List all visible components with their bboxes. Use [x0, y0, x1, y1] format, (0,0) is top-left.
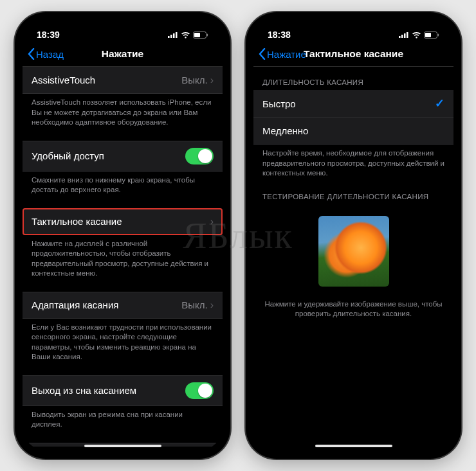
row-assistivetouch[interactable]: AssistiveTouch Выкл. › [23, 67, 223, 94]
battery-icon [193, 31, 208, 39]
nav-bar: Нажатие Тактильное касание [253, 44, 453, 67]
row-label: Быстро [262, 98, 296, 109]
svg-rect-5 [194, 33, 200, 37]
test-image-flower[interactable] [318, 216, 389, 287]
status-right [168, 31, 208, 39]
section-header-test: ТЕСТИРОВАНИЕ ДЛИТЕЛЬНОСТИ КАСАНИЯ [253, 181, 453, 204]
svg-rect-7 [399, 36, 401, 38]
row-label: Адаптация касания [32, 299, 118, 310]
chevron-right-icon: › [210, 299, 214, 311]
row-label: AssistiveTouch [32, 75, 95, 85]
battery-icon [424, 31, 439, 39]
footer-reachability: Смахните вниз по нижнему краю экрана, чт… [23, 172, 223, 198]
notch [306, 20, 402, 35]
footer-accommodations: Если у Вас возникают трудности при испол… [23, 319, 223, 365]
row-label: Выход из сна касанием [32, 385, 136, 396]
chevron-left-icon [28, 48, 35, 60]
svg-rect-8 [401, 35, 403, 38]
row-label: Тактильное касание [32, 216, 122, 227]
phone-right: 18:38 Нажатие Тактильное касание ДЛИТЕЛЬ… [246, 12, 461, 459]
wifi-icon [412, 31, 421, 39]
screen-right: 18:38 Нажатие Тактильное касание ДЛИТЕЛЬ… [253, 20, 453, 451]
footer-test: Нажмите и удерживайте изображение выше, … [253, 292, 453, 322]
svg-rect-9 [404, 33, 406, 38]
back-button[interactable]: Нажатие [259, 48, 306, 60]
footer-assistivetouch: AssistiveTouch позволяет использовать iP… [23, 94, 223, 130]
status-right [399, 31, 439, 39]
content-right[interactable]: ДЛИТЕЛЬНОСТЬ КАСАНИЯ Быстро ✓ Медленно Н… [253, 67, 453, 447]
row-label: Медленно [262, 125, 308, 136]
row-option-fast[interactable]: Быстро ✓ [253, 90, 453, 118]
svg-rect-13 [438, 33, 439, 36]
footer-haptic: Нажмите на дисплей с различной продолжит… [23, 235, 223, 281]
back-label: Назад [36, 49, 64, 60]
chevron-left-icon [259, 48, 266, 60]
status-time: 18:38 [268, 30, 291, 40]
content-left[interactable]: AssistiveTouch Выкл. › AssistiveTouch по… [23, 67, 223, 447]
chevron-right-icon: › [210, 75, 214, 86]
home-indicator[interactable] [84, 445, 161, 447]
toggle-wake[interactable] [185, 382, 214, 399]
value-text: Выкл. [181, 299, 207, 310]
status-time: 18:39 [37, 30, 60, 40]
svg-rect-1 [170, 35, 172, 38]
back-label: Нажатие [267, 49, 306, 60]
footer-duration: Настройте время, необходимое для отображ… [253, 145, 453, 181]
svg-rect-0 [168, 36, 170, 38]
row-value: Выкл. › [181, 299, 214, 311]
svg-rect-6 [207, 33, 208, 36]
row-tap-to-wake[interactable]: Выход из сна касанием [23, 375, 223, 406]
section-header-duration: ДЛИТЕЛЬНОСТЬ КАСАНИЯ [253, 67, 453, 90]
signal-icon [168, 31, 178, 38]
footer-wake: Выводить экран из режима сна при касании… [23, 406, 223, 432]
value-text: Выкл. [181, 75, 207, 85]
row-label: Удобный доступ [32, 150, 104, 161]
row-touch-accommodations[interactable]: Адаптация касания Выкл. › [23, 292, 223, 319]
svg-rect-12 [425, 33, 431, 37]
notch [75, 20, 171, 35]
checkmark-icon: ✓ [435, 96, 444, 111]
svg-rect-10 [407, 32, 408, 38]
phone-left: 18:39 Назад Нажатие AssistiveTouch Выкл.… [15, 12, 230, 459]
chevron-right-icon: › [210, 216, 214, 227]
wifi-icon [181, 31, 190, 39]
back-button[interactable]: Назад [28, 48, 64, 60]
home-indicator[interactable] [315, 445, 392, 447]
row-haptic-touch[interactable]: Тактильное касание › [23, 208, 223, 235]
signal-icon [399, 31, 409, 38]
row-value: Выкл. › [181, 75, 214, 86]
row-option-slow[interactable]: Медленно [253, 118, 453, 145]
nav-bar: Назад Нажатие [23, 44, 223, 67]
row-reachability[interactable]: Удобный доступ [23, 141, 223, 172]
toggle-reachability[interactable] [185, 148, 214, 164]
svg-rect-2 [173, 33, 175, 38]
screen-left: 18:39 Назад Нажатие AssistiveTouch Выкл.… [23, 20, 223, 451]
svg-rect-3 [176, 32, 178, 38]
